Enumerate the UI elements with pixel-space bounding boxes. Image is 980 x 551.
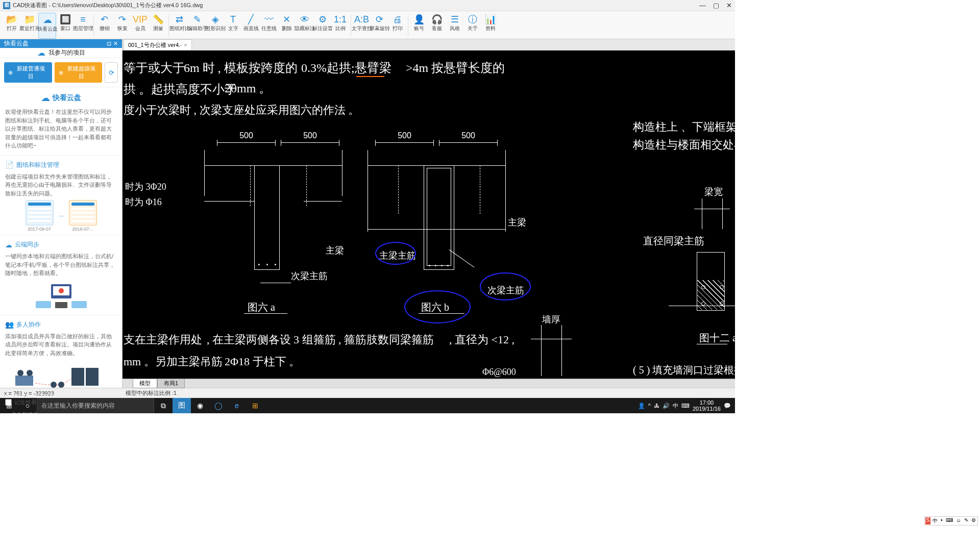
toolbar-测量[interactable]: 📏测量 — [149, 13, 167, 39]
tray-vol-icon[interactable]: 🔊 — [663, 403, 670, 409]
toolbar-icon: ☁ — [42, 14, 53, 26]
panel-pin-button[interactable]: ⊡ — [107, 40, 111, 47]
toolbar-风格[interactable]: ☰风格 — [446, 13, 463, 39]
toolbar-最近打开[interactable]: 📁最近打开 — [20, 13, 38, 39]
toolbar-图纸对比[interactable]: ⇄图纸对比 — [170, 13, 188, 39]
cad-text: 20mm 。 — [225, 80, 271, 96]
cad-text: 图十二 a — [699, 331, 735, 345]
new-normal-project-button[interactable]: ⊕新建普通项目 — [4, 62, 52, 83]
toolbar-icon: 〰 — [263, 14, 275, 25]
cad-text: 次梁主筋 — [291, 270, 328, 282]
refresh-button[interactable]: ⟳ — [105, 62, 118, 83]
app-icon[interactable]: ◉ — [191, 398, 209, 413]
my-projects-row[interactable]: ☁ 我参与的项目 — [0, 48, 122, 58]
section-icon: ☁ — [5, 241, 12, 249]
new-project-row: ⊕新建普通项目 ⊕新建超级项目 ⟳ — [0, 58, 122, 87]
cad-text: 直径同梁主筋 — [643, 234, 704, 248]
toolbar-会员[interactable]: VIP会员 — [131, 13, 149, 39]
notifications-icon[interactable]: 💬 — [724, 403, 731, 409]
start-button[interactable]: ⊞ — [0, 398, 18, 413]
cloud-promo: ☁ 快看云盘 欢迎使用快看云盘！在这里您不仅可以同步图纸和标注到手机、电脑等各个… — [0, 87, 122, 156]
tray-people-icon[interactable]: 👤 — [638, 403, 645, 409]
toolbar-icon: 📏 — [153, 14, 164, 25]
toolbar-画直线[interactable]: ╱画直线 — [242, 13, 260, 39]
toolbar-打开[interactable]: 📂打开 — [3, 13, 20, 39]
left-panel: 快看云盘 ⊡ ✕ ☁ 我参与的项目 ⊕新建普通项目 ⊕新建超级项目 ⟳ ☁ 快看… — [0, 39, 122, 388]
toolbar-删除[interactable]: ✕删除 — [278, 13, 296, 39]
toolbar-icon: 👤 — [413, 14, 425, 25]
cad-text: , 直径为 <12 , — [449, 332, 514, 347]
window-title: CAD快速看图 - C:\Users\lenovo\Desktop\30\001… — [13, 2, 699, 9]
svg-rect-3 — [36, 301, 51, 308]
drawing-canvas[interactable]: 等于或大于6m 时 , 模板按跨度的0.3%起拱;悬臂梁>4m 按悬臂长度的拱 … — [122, 51, 735, 379]
toolbar-账号[interactable]: 👤账号 — [410, 13, 428, 39]
toolbar-图形识别[interactable]: ◈图形识别 — [206, 13, 224, 39]
app-cad-icon[interactable]: 图 — [173, 398, 191, 413]
svg-rect-9 — [71, 368, 84, 386]
toolbar-icon: ☰ — [449, 14, 460, 25]
cad-text: 拱 。起拱高度不小于 — [124, 81, 237, 97]
toolbar-icon: ⇄ — [174, 14, 185, 25]
toolbar-icon: ✎ — [192, 14, 203, 25]
new-super-project-button[interactable]: ⊕新建超级项目 — [55, 62, 103, 83]
toolbar-撤销[interactable]: ↶撤销 — [95, 13, 113, 39]
panel-section: 📄图纸和标注管理创建云端项目和文件夹来管理图纸和标注，再也无需担心由于电脑损坏、… — [0, 156, 122, 236]
toolbar-打印[interactable]: 🖨打印 — [388, 13, 406, 39]
task-view-icon[interactable]: ⧉ — [154, 398, 173, 413]
cad-text: 支在主梁作用处 — [124, 332, 202, 347]
cloud-desc: 欢迎使用快看云盘！在这里您不仅可以同步图纸和标注到手机、电脑等各个平台，还可以分… — [5, 108, 117, 150]
close-tab-icon[interactable]: × — [184, 42, 187, 48]
toolbar-隐藏标注[interactable]: 👁隐藏标注 — [296, 13, 313, 39]
toolbar-编辑助手[interactable]: ✎编辑助手 — [188, 13, 206, 39]
toolbar-窗口[interactable]: 🔲窗口 — [56, 13, 74, 39]
cad-text: 构造柱上 、下端框架梁处 — [633, 119, 735, 135]
close-button[interactable]: ✕ — [726, 2, 732, 9]
tray-up-icon[interactable]: ^ — [648, 403, 651, 409]
toolbar-恢复[interactable]: ↷恢复 — [113, 13, 131, 39]
app-browser-icon[interactable]: ◯ — [209, 398, 228, 413]
main-area: 快看云盘 ⊡ ✕ ☁ 我参与的项目 ⊕新建普通项目 ⊕新建超级项目 ⟳ ☁ 快看… — [0, 39, 735, 388]
cloud-name: 快看云盘 — [53, 93, 81, 103]
panel-section: 👥多人协作添加项目成员并共享自己做好的标注，其他成员同步后即可查看标注。项目沟通… — [0, 315, 122, 395]
minimize-button[interactable]: — — [699, 2, 706, 9]
cloud-icon: ☁ — [37, 48, 45, 58]
panel-close-button[interactable]: ✕ — [113, 40, 118, 47]
cad-text: 时为 Φ16 — [125, 196, 162, 208]
cad-text: 图六 a — [248, 300, 275, 314]
app-icon: 图 — [3, 2, 10, 9]
ink-annotation — [375, 242, 416, 265]
cloud-icon: ☁ — [41, 92, 50, 104]
model-tab[interactable]: 模型 — [133, 379, 157, 388]
cad-text: 6m 时 , 模板按跨度的 — [184, 60, 298, 76]
cortana-icon[interactable]: ○ — [18, 398, 37, 413]
toolbar-客服[interactable]: 🎧客服 — [428, 13, 446, 39]
main-toolbar: 📂打开📁最近打开☁快看云盘🔲窗口≡图层管理↶撤销↷恢复VIP会员📏测量⇄图纸对比… — [0, 11, 735, 39]
toolbar-比例[interactable]: 1:1比例 — [331, 13, 349, 39]
app-edge-icon[interactable]: e — [228, 398, 246, 413]
app-shield-icon[interactable]: ⊞ — [246, 398, 264, 413]
tray-net-icon[interactable]: 🖧 — [654, 403, 659, 409]
toolbar-资料[interactable]: 📊资料 — [481, 13, 499, 39]
toolbar-屏幕旋转[interactable]: ⟳屏幕旋转 — [371, 13, 388, 39]
file-tab[interactable]: 001_1号办公楼 ver4.· × — [124, 39, 192, 50]
clock[interactable]: 17:00 2019/11/16 — [693, 399, 721, 412]
tray-ime-icon[interactable]: 中 — [673, 402, 678, 410]
toolbar-图层管理[interactable]: ≡图层管理 — [74, 13, 92, 39]
panel-title: 快看云盘 — [4, 39, 29, 48]
cad-text: ( 5 ) 填充墙洞口过梁根据 — [633, 363, 735, 377]
tray-keyboard-icon[interactable]: ⌨ — [681, 403, 690, 409]
toolbar-文字[interactable]: T文字 — [224, 13, 242, 39]
toolbar-文字查找[interactable]: A:B文字查找 — [353, 13, 371, 39]
toolbar-标注设置[interactable]: ⚙标注设置 — [313, 13, 331, 39]
toolbar-关于[interactable]: ⓘ关于 — [463, 13, 481, 39]
plus-icon: ⊕ — [8, 69, 13, 76]
toolbar-icon: 📊 — [485, 14, 496, 25]
maximize-button[interactable]: ▢ — [713, 2, 719, 9]
layout-tab[interactable]: 布局1 — [157, 379, 185, 388]
cad-text: 时为 3Φ20 — [125, 181, 166, 193]
toolbar-任意线[interactable]: 〰任意线 — [260, 13, 278, 39]
cad-shape — [427, 168, 451, 266]
toolbar-快看云盘[interactable]: ☁快看云盘 — [38, 13, 56, 39]
file-tabs: 001_1号办公楼 ver4.· × — [122, 39, 735, 51]
taskbar-search[interactable]: 在这里输入你要搜索的内容 — [37, 398, 154, 413]
